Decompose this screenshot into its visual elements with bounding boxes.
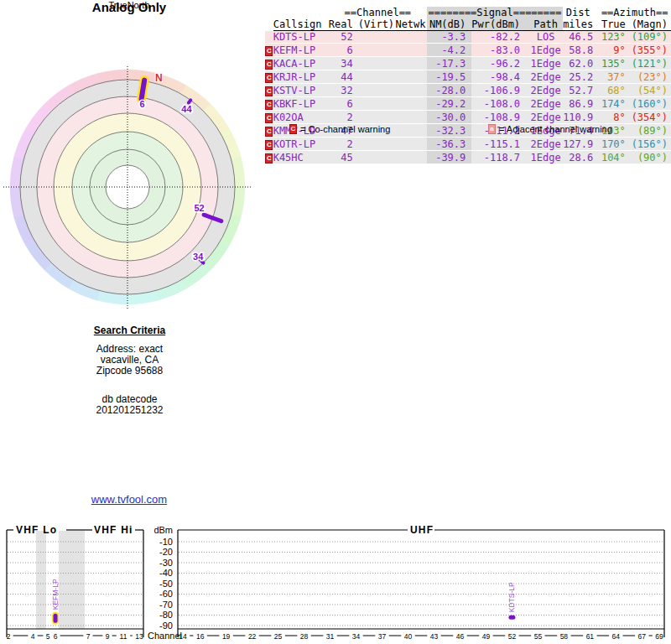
table-header-groups: ==Channel==========Signal========Dist==A…	[265, 7, 671, 18]
spectrum-station-KEFM-LP: KEFM-LP	[51, 579, 60, 625]
channel-tick-label: 67	[638, 632, 647, 641]
hdr-azimuth-group: ==Azimuth==	[598, 7, 671, 18]
cell-warning: C	[265, 84, 273, 97]
db-datecode-value: 201201251232	[65, 405, 195, 416]
channel-tick-label: 37	[378, 632, 387, 641]
cell-callsign: KDTS-LP	[273, 31, 329, 44]
channel-tick-label: 69	[655, 632, 663, 641]
co-channel-warning-label: = Co-channel warning	[300, 124, 390, 134]
cell-nm-db: -29.2	[427, 97, 471, 111]
channel-tick-label: 7	[86, 632, 91, 641]
cell-warning: C	[265, 70, 273, 84]
dbm-tick-label: -90	[159, 621, 173, 631]
cell-callsign: KBKF-LP	[273, 97, 329, 111]
cell-real-channel: 2	[329, 111, 358, 124]
cell-virt-channel	[358, 84, 394, 97]
table-row: CK02OA2-30.0-108.92Edge110.98°(354°)	[265, 111, 671, 124]
hdr-blank	[265, 7, 273, 18]
cell-network	[394, 70, 427, 84]
cell-true-azimuth: 135°	[598, 57, 627, 70]
cell-virt-channel	[358, 97, 394, 111]
cell-magn-azimuth: (121°)	[627, 57, 671, 70]
cell-real-channel: 34	[329, 57, 358, 70]
search-zipcode: Zipcode 95688	[65, 366, 195, 377]
co-channel-warning-icon: C	[265, 60, 273, 70]
dbm-tick-label: -20	[159, 547, 173, 557]
dbm-axis: dBm-10-20-30-40-50-60-70-80-90Channel	[148, 525, 182, 641]
cell-real-channel: 6	[329, 97, 358, 111]
radar-marker-label: 6	[139, 99, 144, 109]
cell-nm-db: -39.9	[427, 151, 471, 164]
cell-path: 1Edge	[528, 57, 563, 70]
radar-chart: 6N445234	[2, 65, 253, 310]
dbm-tick-label: -60	[159, 589, 173, 599]
table-row: CKRJR-LP44-19.5-98.42Edge25.237°(23°)	[265, 70, 671, 84]
channel-tick-label: 31	[326, 632, 335, 641]
cell-virt-channel	[358, 57, 394, 70]
tvfool-link[interactable]: www.tvfool.com	[91, 493, 167, 506]
channel-tick-label: 19	[222, 632, 231, 641]
cell-nm-db: -28.0	[427, 84, 471, 97]
cell-miles: 127.9	[563, 138, 598, 151]
station-callsign-label: KDTS-LP	[507, 582, 516, 612]
radar-north-marker-label: N	[155, 72, 163, 84]
channel-tick-label: 52	[508, 632, 517, 641]
cell-callsign: KOTR-LP	[273, 138, 329, 151]
co-channel-warning-icon: C	[289, 124, 297, 134]
channel-tick-label: 64	[612, 632, 621, 641]
dbm-tick-label: -30	[159, 558, 173, 568]
table-header-columns: CallsignReal(Virt)NetwkNM(dB)Pwr(dBm)Pat…	[265, 18, 671, 31]
cell-network	[394, 111, 427, 124]
co-channel-warning-icon: C	[265, 86, 273, 96]
cell-true-azimuth: 174°	[598, 97, 627, 111]
cell-path: 2Edge	[528, 70, 563, 84]
spacer	[65, 377, 195, 394]
dbm-tick-label: -50	[159, 579, 173, 589]
cell-pwr-dbm: -106.9	[471, 84, 528, 97]
channel-tick-label: 4	[31, 632, 35, 641]
cell-pwr-dbm: -82.2	[471, 31, 528, 44]
channel-tick-label: 55	[534, 632, 543, 641]
table-row: CKEFM-LP6-4.2-83.01Edge58.89°(355°)	[265, 44, 671, 57]
cell-warning	[265, 31, 273, 44]
co-channel-warning-icon: C	[265, 100, 273, 110]
table-row: CK45HC45-39.9-118.71Edge28.6104°(90°)	[265, 151, 671, 164]
hdr-dist-group: Dist	[563, 7, 598, 18]
cell-miles: 62.0	[563, 57, 598, 70]
hdr-netwk: Netwk	[394, 18, 427, 31]
cell-miles: 52.7	[563, 84, 598, 97]
channel-tick-label: 5	[46, 632, 50, 641]
co-channel-warning-icon: C	[265, 46, 273, 56]
cell-warning: C	[265, 44, 273, 57]
cell-magn-azimuth: (23°)	[627, 70, 671, 84]
cell-real-channel: 45	[329, 151, 358, 164]
cell-magn-azimuth: (109°)	[627, 31, 671, 44]
cell-virt-channel	[358, 138, 394, 151]
hdr-blank	[265, 18, 273, 31]
cell-real-channel: 44	[329, 70, 358, 84]
cell-callsign: K02OA	[273, 111, 329, 124]
cell-nm-db: -4.2	[427, 44, 471, 57]
channel-axis-label: Channel	[148, 631, 182, 641]
cell-real-channel: 6	[329, 44, 358, 57]
cell-network	[394, 138, 427, 151]
hdr-real: Real	[329, 18, 358, 31]
cell-magn-azimuth: (156°)	[627, 138, 671, 151]
channel-tick-label: 46	[456, 632, 465, 641]
dbm-gridlines	[8, 542, 663, 626]
cell-magn-azimuth: (355°)	[627, 44, 671, 57]
search-criteria-title: Search Criteria	[65, 325, 195, 336]
channel-tick-label: 11	[120, 632, 127, 641]
cell-virt-channel	[358, 44, 394, 57]
cell-warning: C	[265, 151, 273, 164]
cell-miles: 28.6	[563, 151, 598, 164]
cell-true-azimuth: 170°	[598, 138, 627, 151]
radar-marker-label: 34	[193, 252, 204, 262]
hdr-pwrdbm: Pwr(dBm)	[471, 18, 528, 31]
dbm-tick-label: -80	[159, 610, 173, 620]
cell-warning: C	[265, 111, 273, 124]
co-channel-warning-icon: C	[265, 153, 273, 164]
cell-magn-azimuth: (54°)	[627, 84, 671, 97]
co-channel-warning-icon: C	[265, 73, 273, 83]
cell-network	[394, 44, 427, 57]
